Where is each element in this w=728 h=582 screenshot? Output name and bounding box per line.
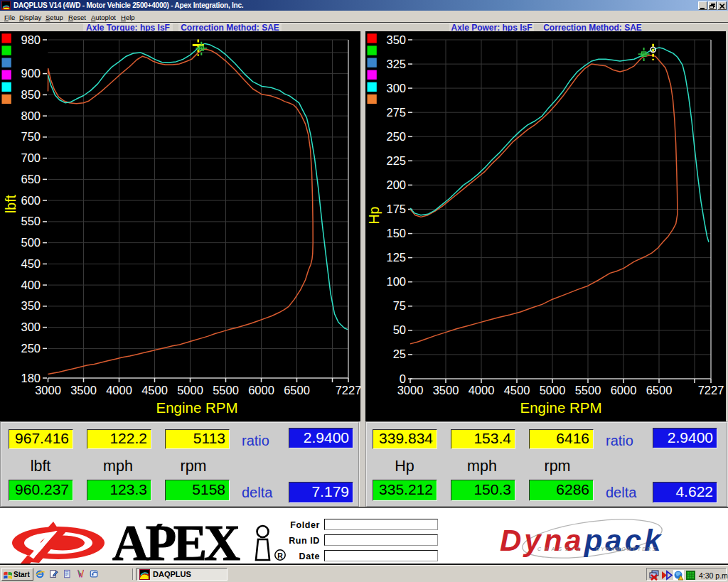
- svg-text:5500: 5500: [575, 384, 601, 397]
- svg-text:5000: 5000: [177, 384, 203, 397]
- svg-text:CHASSIS: CHASSIS: [537, 546, 583, 551]
- svg-text:4500: 4500: [504, 384, 530, 397]
- svg-text:DYNAMOMETERS: DYNAMOMETERS: [596, 546, 657, 551]
- svg-text:Engine RPM: Engine RPM: [520, 399, 601, 416]
- svg-text:750: 750: [21, 130, 41, 143]
- svg-text:980: 980: [21, 33, 41, 46]
- svg-text:150: 150: [386, 227, 406, 239]
- svg-text:7227: 7227: [336, 384, 360, 397]
- svg-text:3000: 3000: [35, 384, 61, 397]
- svg-text:450: 450: [21, 257, 41, 270]
- svg-text:6500: 6500: [284, 384, 310, 397]
- svg-text:0: 0: [400, 372, 406, 385]
- svg-text:Engine RPM: Engine RPM: [156, 399, 237, 416]
- svg-text:175: 175: [386, 203, 406, 215]
- svg-text:300: 300: [21, 320, 41, 333]
- svg-text:700: 700: [21, 151, 41, 164]
- svg-text:200: 200: [386, 178, 406, 191]
- svg-text:25: 25: [393, 347, 406, 360]
- svg-text:350: 350: [386, 33, 406, 46]
- svg-text:4000: 4000: [469, 384, 495, 397]
- svg-text:6500: 6500: [646, 384, 673, 397]
- svg-text:275: 275: [386, 106, 406, 119]
- svg-text:250: 250: [386, 130, 406, 143]
- svg-text:50: 50: [393, 323, 406, 336]
- svg-text:850: 850: [21, 88, 41, 101]
- svg-text:325: 325: [386, 58, 406, 70]
- svg-text:100: 100: [386, 275, 406, 288]
- svg-text:3500: 3500: [70, 384, 97, 397]
- svg-text:4500: 4500: [141, 384, 168, 397]
- svg-text:550: 550: [21, 215, 41, 227]
- svg-text:5000: 5000: [540, 384, 566, 397]
- svg-text:5500: 5500: [213, 384, 239, 397]
- svg-text:6000: 6000: [611, 384, 637, 397]
- svg-text:6000: 6000: [248, 384, 274, 397]
- svg-text:800: 800: [21, 109, 41, 122]
- svg-text:lbft: lbft: [3, 194, 18, 213]
- svg-text:7227: 7227: [698, 384, 724, 397]
- svg-text:125: 125: [386, 251, 406, 264]
- svg-text:400: 400: [21, 279, 41, 291]
- svg-text:225: 225: [386, 154, 406, 167]
- svg-text:Dynapack: Dynapack: [500, 524, 663, 557]
- svg-text:APEX: APEX: [112, 515, 240, 564]
- svg-text:900: 900: [21, 67, 41, 80]
- svg-text:350: 350: [21, 299, 41, 312]
- svg-text:75: 75: [393, 299, 406, 312]
- svg-text:3000: 3000: [397, 384, 424, 397]
- svg-text:180: 180: [21, 372, 41, 384]
- svg-text:600: 600: [21, 194, 41, 207]
- svg-text:4000: 4000: [106, 384, 132, 397]
- svg-text:3500: 3500: [433, 384, 459, 397]
- svg-text:Hp: Hp: [366, 206, 382, 224]
- svg-text:250: 250: [21, 342, 41, 355]
- svg-text:300: 300: [386, 82, 406, 95]
- svg-text:500: 500: [21, 236, 41, 249]
- svg-text:650: 650: [21, 173, 41, 185]
